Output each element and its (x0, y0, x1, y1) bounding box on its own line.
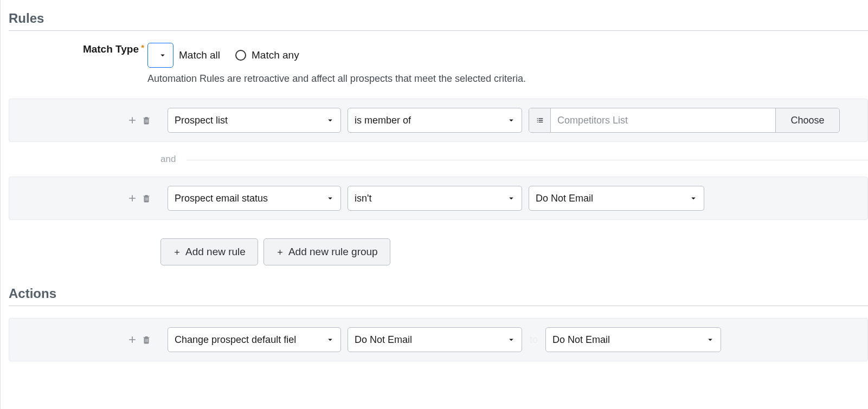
match-type-row: Match Type * Match all Match any Automat… (9, 43, 868, 85)
rule-value-select[interactable]: Do Not Email (529, 186, 704, 211)
rule-row: Prospect email status isn't Do Not Email (9, 186, 867, 211)
add-new-rule-group-button[interactable]: Add new rule group (263, 238, 390, 265)
action-type-select[interactable]: Change prospect default fiel (168, 327, 341, 352)
to-label: to (529, 334, 539, 346)
match-all-radio[interactable]: Match all (147, 43, 220, 68)
rule-value-input[interactable] (551, 108, 775, 132)
list-icon[interactable] (529, 108, 551, 132)
actions-heading: Actions (9, 286, 868, 306)
action-value-select[interactable]: Do Not Email (545, 327, 721, 352)
match-type-label: Match Type * (9, 43, 147, 56)
delete-rule-icon[interactable] (142, 115, 151, 126)
action-block: Change prospect default fiel Do Not Emai… (9, 318, 868, 361)
rule-value-lookup: Choose (529, 108, 840, 133)
choose-button[interactable]: Choose (775, 108, 839, 132)
match-any-label: Match any (252, 49, 299, 61)
delete-action-icon[interactable] (142, 334, 151, 345)
rule-block: Prospect email status isn't Do Not Email (9, 177, 868, 220)
joiner-text: and (160, 154, 176, 165)
add-new-rule-button[interactable]: Add new rule (160, 238, 258, 265)
match-any-radio[interactable]: Match any (235, 49, 299, 61)
rule-operator-select[interactable]: is member of (348, 108, 522, 133)
rule-operator-select[interactable]: isn't (348, 186, 522, 211)
rules-heading: Rules (9, 11, 868, 31)
action-field-select[interactable]: Do Not Email (348, 327, 522, 352)
match-all-label: Match all (179, 49, 220, 61)
match-type-help: Automation Rules are retroactive and aff… (147, 73, 868, 85)
add-rule-icon[interactable] (127, 115, 138, 126)
rule-field-select[interactable]: Prospect list (168, 108, 341, 133)
rule-row: Prospect list is member of Choose (9, 108, 867, 133)
add-action-icon[interactable] (127, 334, 138, 346)
plus-icon (276, 248, 284, 256)
radio-selected-icon (147, 43, 173, 68)
delete-rule-icon[interactable] (142, 193, 151, 204)
joiner-line (187, 160, 868, 160)
rule-joiner: and (9, 142, 868, 177)
add-rule-icon[interactable] (127, 193, 138, 204)
action-row: Change prospect default fiel Do Not Emai… (9, 327, 867, 352)
rule-field-select[interactable]: Prospect email status (168, 186, 341, 211)
rule-block: Prospect list is member of Choose (9, 99, 868, 142)
plus-icon (173, 248, 181, 256)
radio-unselected-icon (235, 50, 246, 61)
